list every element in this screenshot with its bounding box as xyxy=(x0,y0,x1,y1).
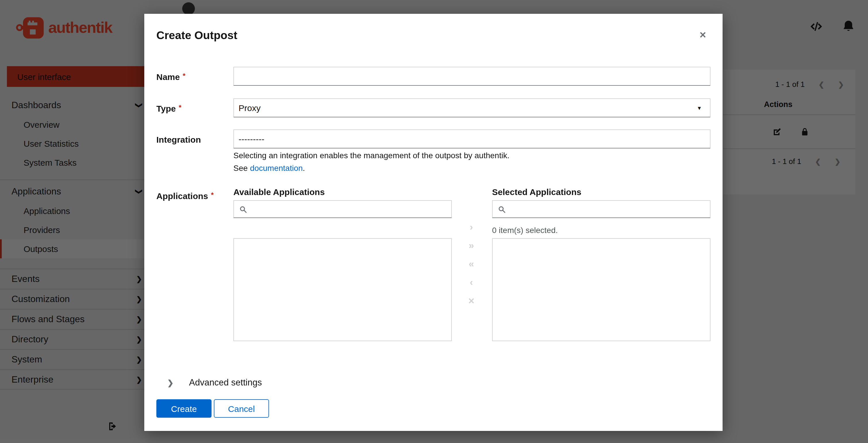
cancel-button[interactable]: Cancel xyxy=(214,399,269,418)
chevron-down-icon: ▼ xyxy=(697,105,702,111)
create-outpost-modal: Create Outpost ✕ Name* Type* Proxy ▼ Int… xyxy=(144,14,722,431)
available-applications-listbox[interactable] xyxy=(234,238,452,341)
selected-search xyxy=(492,200,711,218)
transfer-controls: › » « ‹ ✕ xyxy=(464,222,479,306)
type-label: Type* xyxy=(156,104,181,113)
clear-selection-icon[interactable]: ✕ xyxy=(468,296,474,306)
app-root: authentik User interface Dashboards ❯ Ov… xyxy=(0,0,868,443)
available-search xyxy=(234,200,452,218)
label-text: Applications xyxy=(156,191,208,201)
available-applications-header: Available Applications xyxy=(234,187,325,197)
required-marker: * xyxy=(179,104,181,112)
integration-select-value: --------- xyxy=(239,134,265,144)
create-button[interactable]: Create xyxy=(156,399,212,418)
advanced-settings-toggle[interactable]: ❯ Advanced settings xyxy=(167,377,262,388)
available-search-input[interactable] xyxy=(247,201,451,217)
help-text: . xyxy=(303,164,305,173)
integration-label: Integration xyxy=(156,135,201,144)
type-select[interactable]: Proxy ▼ xyxy=(234,98,711,117)
integration-select[interactable]: --------- xyxy=(234,129,711,148)
selected-count: 0 item(s) selected. xyxy=(492,226,558,235)
integration-help-line2: See documentation. xyxy=(234,164,305,173)
add-all-button[interactable]: » xyxy=(469,240,474,251)
remove-selected-button[interactable]: ‹ xyxy=(470,277,473,288)
required-marker: * xyxy=(183,72,185,80)
search-icon xyxy=(498,205,506,213)
close-icon[interactable]: ✕ xyxy=(699,30,707,40)
remove-all-button[interactable]: « xyxy=(469,259,474,269)
documentation-link[interactable]: documentation xyxy=(250,164,303,173)
required-marker: * xyxy=(211,191,214,199)
help-text: See xyxy=(234,164,250,173)
label-text: Type xyxy=(156,104,176,113)
selected-applications-header: Selected Applications xyxy=(492,187,582,197)
name-input[interactable] xyxy=(234,67,711,86)
applications-label: Applications* xyxy=(156,191,214,201)
advanced-settings-label: Advanced settings xyxy=(189,377,262,388)
add-selected-button[interactable]: › xyxy=(470,222,473,232)
label-text: Name xyxy=(156,72,180,82)
selected-applications-listbox[interactable] xyxy=(492,238,711,341)
search-icon xyxy=(239,205,247,213)
modal-title: Create Outpost xyxy=(156,29,238,42)
type-select-value: Proxy xyxy=(239,103,261,113)
chevron-right-icon: ❯ xyxy=(167,378,174,387)
name-label: Name* xyxy=(156,72,185,82)
selected-search-input[interactable] xyxy=(506,201,710,217)
integration-help-text: Selecting an integration enables the man… xyxy=(234,151,509,160)
